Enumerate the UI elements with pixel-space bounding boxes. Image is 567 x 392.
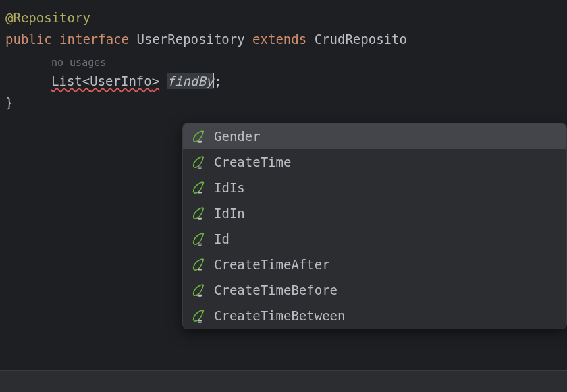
bottom-panel [0, 349, 567, 392]
completion-item-idis[interactable]: IdIs [183, 175, 566, 200]
declaration-line: public interface UserRepository extends … [5, 28, 562, 50]
usage-hint[interactable]: no usages [5, 56, 562, 70]
spring-leaf-icon [191, 180, 206, 195]
status-bar-2[interactable] [0, 370, 567, 392]
spring-leaf-icon [191, 155, 206, 169]
keyword-interface: interface [59, 32, 129, 47]
completion-item-gender[interactable]: Gender [183, 123, 566, 149]
parent-class: CrudReposito [315, 32, 407, 47]
completion-label: CreateTimeAfter [214, 257, 330, 272]
return-type-list: List< [51, 74, 90, 88]
completion-label: IdIn [214, 206, 245, 221]
completion-label: CreateTimeBetween [214, 308, 345, 323]
completion-item-createtimeafter[interactable]: CreateTimeAfter [183, 252, 566, 277]
code-completion-popup[interactable]: Gender CreateTime IdIs IdIn Id CreateTim… [182, 123, 567, 329]
completion-item-createtimebefore[interactable]: CreateTimeBefore [183, 277, 566, 303]
completion-label: CreateTimeBefore [214, 283, 338, 298]
spring-leaf-icon [191, 308, 206, 323]
method-name-input[interactable]: findBy [167, 73, 214, 89]
spring-leaf-icon [191, 257, 206, 272]
completion-label: IdIs [214, 180, 245, 195]
annotation-text: @Repository [5, 10, 90, 25]
class-name: UserRepository [137, 32, 245, 47]
completion-label: Gender [214, 129, 261, 144]
completion-item-id[interactable]: Id [183, 226, 566, 252]
status-bar-1[interactable] [0, 349, 567, 370]
code-editor[interactable]: @Repository public interface UserReposit… [0, 0, 567, 120]
completion-item-createtimebetween[interactable]: CreateTimeBetween [183, 303, 566, 329]
completion-label: CreateTime [214, 155, 291, 169]
text-cursor [213, 73, 214, 88]
generic-type: UserInfo [90, 74, 152, 88]
spring-leaf-icon [191, 129, 206, 144]
return-type-close: > [152, 74, 159, 88]
annotation-line: @Repository [5, 7, 562, 28]
completion-item-idin[interactable]: IdIn [183, 200, 566, 226]
semicolon: ; [214, 74, 221, 88]
closing-brace: } [5, 92, 562, 113]
keyword-public: public [5, 32, 52, 47]
spring-leaf-icon [191, 206, 206, 221]
spring-leaf-icon [191, 231, 206, 246]
completion-label: Id [214, 231, 230, 246]
spring-leaf-icon [191, 283, 206, 298]
method-line: List<UserInfo> findBy; [5, 70, 562, 92]
completion-item-createtime[interactable]: CreateTime [183, 149, 566, 175]
keyword-extends: extends [252, 32, 306, 47]
